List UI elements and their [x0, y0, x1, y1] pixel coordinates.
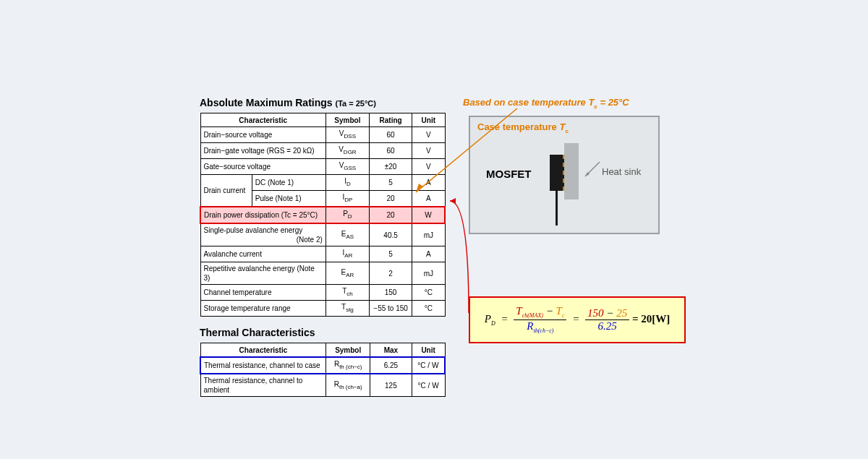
cell-symbol: Rth (ch−a) [326, 374, 370, 397]
cell-char: Gate−source voltage [200, 159, 326, 175]
cell-char: Drain current [200, 175, 252, 207]
cell-rating: 60 [370, 143, 412, 159]
table-row-highlighted: Thermal resistance, channel to case Rth … [200, 357, 445, 374]
col-characteristic: Characteristic [200, 343, 326, 358]
cell-symbol: IDP [326, 191, 369, 207]
cell-symbol: VDSS [326, 127, 369, 143]
cell-symbol: EAR [326, 262, 369, 285]
col-unit: Unit [412, 113, 445, 127]
table-row: Gate−source voltage VGSS ±20 V [200, 159, 445, 175]
cell-char: Storage temperature range [200, 301, 326, 317]
abs-cond: (Ta = 25°C) [335, 99, 375, 108]
table-row: Channel temperature Tch 150 °C [200, 285, 445, 301]
table-row-highlighted: Drain power dissipation (Tc = 25°C) PD 2… [200, 207, 445, 223]
cell-rating: 20 [370, 207, 412, 223]
cell-unit: V [412, 143, 445, 159]
cell-unit: °C / W [412, 357, 445, 374]
table-row: Drain−source voltage VDSS 60 V [200, 127, 445, 143]
cell-char: Channel temperature [200, 285, 326, 301]
table-row: Drain−gate voltage (RGS = 20 kΩ) VDGR 60… [200, 143, 445, 159]
table-head: Characteristic Symbol Max Unit [200, 343, 445, 358]
pd-formula: PD = Tch(MAX) − Tc Rth(ch−c) = 150 − 25 … [469, 296, 686, 343]
cell-char: Thermal resistance, channel to case [200, 357, 326, 374]
table-row: Thermal resistance, channel to ambient R… [200, 374, 445, 397]
table-row: Storage temperature range Tstg −55 to 15… [200, 301, 445, 317]
table-head: Characteristic Symbol Rating Unit [200, 113, 445, 127]
cell-unit: mJ [412, 223, 445, 246]
cell-unit: °C [412, 301, 445, 317]
cell-char: Avalanche current [200, 246, 326, 262]
cell-rating: 2 [370, 262, 412, 285]
cell-unit: V [412, 159, 445, 175]
diagram-title: Case temperature Tc [470, 117, 658, 134]
table-row: Avalanche current IAR 5 A [200, 246, 445, 262]
cell-symbol: EAS [326, 223, 369, 246]
cell-char: Single-pulse avalanche energy(Note 2) [200, 223, 326, 246]
cell-char: Repetitive avalanche energy (Note 3) [200, 262, 326, 285]
cell-symbol: VDGR [326, 143, 369, 159]
col-max: Max [370, 343, 412, 358]
thermal-table: Characteristic Symbol Max Unit Thermal r… [200, 343, 446, 397]
heatsink-shape [564, 143, 579, 200]
cell-unit: W [412, 207, 445, 223]
mosfet-lead [556, 189, 558, 226]
case-temp-diagram: Case temperature Tc MOSFET Heat sink [469, 116, 660, 234]
cell-symbol: Tch [326, 285, 369, 301]
heatsink-arrow-icon [582, 160, 601, 179]
cell-unit: A [412, 175, 445, 191]
cell-rating: 20 [370, 191, 412, 207]
table-row: Repetitive avalanche energy (Note 3) EAR… [200, 262, 445, 285]
cell-max: 125 [370, 374, 412, 397]
table-row: Drain current DC (Note 1) ID 5 A [200, 175, 445, 191]
cell-unit: A [412, 246, 445, 262]
col-rating: Rating [370, 113, 412, 127]
abs-max-table: Characteristic Symbol Rating Unit Drain−… [200, 113, 446, 317]
case-temp-annotation: Based on case temperature Tc = 25°C [463, 97, 629, 110]
mosfet-shape [550, 155, 564, 191]
cell-unit: °C [412, 285, 445, 301]
cell-symbol: Tstg [326, 301, 369, 317]
cell-max: 6.25 [370, 357, 412, 374]
cell-symbol: IAR [326, 246, 369, 262]
col-characteristic: Characteristic [200, 113, 326, 127]
cell-unit: °C / W [412, 374, 445, 397]
cell-char: Drain−source voltage [200, 127, 326, 143]
heatsink-label: Heat sink [602, 166, 641, 177]
cell-unit: A [412, 191, 445, 207]
cell-symbol: Rth (ch−c) [326, 357, 370, 374]
cell-rating: −55 to 150 [370, 301, 412, 317]
cell-symbol: ID [326, 175, 369, 191]
mosfet-label: MOSFET [486, 168, 532, 180]
cell-char: Thermal resistance, channel to ambient [200, 374, 326, 397]
cell-rating: 5 [370, 246, 412, 262]
cell-symbol: VGSS [326, 159, 369, 175]
abs-title: Absolute Maximum Ratings [200, 97, 335, 108]
cell-symbol: PD [326, 207, 369, 223]
cell-rating: 60 [370, 127, 412, 143]
cell-char: Drain−gate voltage (RGS = 20 kΩ) [200, 143, 326, 159]
cell-unit: mJ [412, 262, 445, 285]
cell-char: Drain power dissipation (Tc = 25°C) [200, 207, 326, 223]
tc-dashed-line [563, 155, 564, 191]
cell-cond: Pulse (Note 1) [252, 191, 326, 207]
cell-cond: DC (Note 1) [252, 175, 326, 191]
col-unit: Unit [412, 343, 445, 358]
cell-rating: 5 [370, 175, 412, 191]
cell-unit: V [412, 127, 445, 143]
cell-rating: ±20 [370, 159, 412, 175]
table-row: Single-pulse avalanche energy(Note 2) EA… [200, 223, 445, 246]
col-symbol: Symbol [326, 343, 370, 358]
col-symbol: Symbol [326, 113, 369, 127]
cell-rating: 150 [370, 285, 412, 301]
cell-rating: 40.5 [370, 223, 412, 246]
